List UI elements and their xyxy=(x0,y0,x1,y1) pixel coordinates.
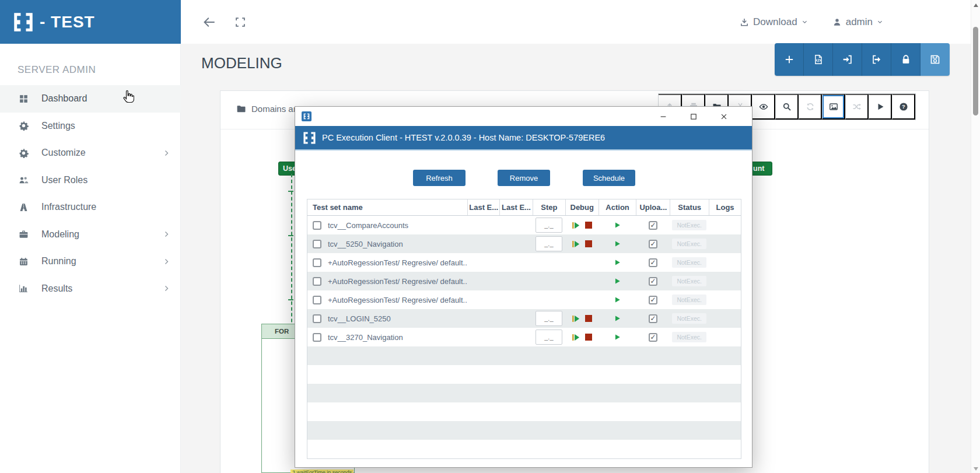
row-checkbox[interactable] xyxy=(313,240,321,248)
brand-name: - TEST xyxy=(40,13,95,31)
vertical-scrollbar[interactable] xyxy=(971,0,980,473)
users-icon xyxy=(19,175,29,185)
debug-step-icon[interactable] xyxy=(572,314,580,323)
row-checkbox[interactable] xyxy=(313,314,321,323)
upload-cell: ✓ xyxy=(636,258,670,267)
fullscreen-button[interactable] xyxy=(235,16,246,28)
upload-checkbox[interactable]: ✓ xyxy=(649,296,657,304)
debug-step-icon[interactable] xyxy=(572,333,580,342)
user-menu[interactable]: admin xyxy=(832,16,883,28)
step-input[interactable] xyxy=(536,218,562,233)
code-file-button[interactable] xyxy=(804,43,833,76)
add-button[interactable] xyxy=(775,43,804,76)
upload-checkbox[interactable]: ✓ xyxy=(649,277,657,286)
sidebar-item-settings[interactable]: Settings xyxy=(0,113,181,140)
table-row[interactable]: tcv__LOGIN_5250✓NotExec. xyxy=(307,309,741,328)
scrollbar-thumb[interactable] xyxy=(973,27,978,115)
run-icon[interactable] xyxy=(613,221,621,229)
search-button[interactable] xyxy=(775,94,799,120)
image-button[interactable] xyxy=(822,94,845,120)
upload-checkbox[interactable]: ✓ xyxy=(649,314,657,323)
debug-stop-icon[interactable] xyxy=(585,315,592,322)
sidebar-item-results[interactable]: Results xyxy=(0,275,181,303)
sidebar-item-modeling[interactable]: Modeling xyxy=(0,221,181,248)
flow-wait-note: 3 waitForTime in seconds xyxy=(290,470,354,473)
debug-step-icon[interactable] xyxy=(572,221,580,230)
export-button[interactable] xyxy=(862,43,891,76)
save-icon xyxy=(930,54,940,65)
table-row[interactable]: +AutoRegessionTest/ Regresive/ default..… xyxy=(307,290,741,309)
status-cell: NotExec. xyxy=(670,257,709,268)
step-input[interactable] xyxy=(536,311,562,326)
flow-tick xyxy=(288,235,293,236)
close-button[interactable] xyxy=(712,107,736,126)
column-header-action: Action xyxy=(598,199,636,215)
table-row[interactable]: +AutoRegessionTest/ Regresive/ default..… xyxy=(307,272,741,290)
flow-node-right[interactable]: unt xyxy=(750,162,772,176)
play-button[interactable] xyxy=(869,94,892,120)
remove-button[interactable]: Remove xyxy=(498,170,550,186)
run-icon[interactable] xyxy=(613,258,621,267)
step-cell xyxy=(533,330,565,345)
upload-checkbox[interactable]: ✓ xyxy=(649,240,657,248)
sidebar-item-customize[interactable]: Customize xyxy=(0,139,181,167)
download-menu[interactable]: Download xyxy=(740,16,808,28)
save-button[interactable] xyxy=(921,43,950,76)
column-header-uploa: Uploa... xyxy=(636,199,670,215)
run-icon[interactable] xyxy=(613,277,621,285)
row-checkbox[interactable] xyxy=(313,258,321,267)
question-button[interactable]: ? xyxy=(892,94,915,120)
sidebar-item-infrastructure[interactable]: Infrastructure xyxy=(0,194,181,221)
run-icon[interactable] xyxy=(613,240,621,248)
debug-step-icon[interactable] xyxy=(572,240,580,248)
table-row[interactable]: tcv__CompareAccounts✓NotExec. xyxy=(307,216,741,234)
step-input[interactable] xyxy=(536,330,562,345)
refresh-button[interactable]: Refresh xyxy=(413,170,466,186)
empty-row xyxy=(307,346,741,365)
run-icon[interactable] xyxy=(613,314,621,323)
image-icon xyxy=(829,102,838,111)
table-row[interactable]: +AutoRegessionTest/ Regresive/ default..… xyxy=(307,253,741,272)
column-header-test-set-name: Test set name xyxy=(307,199,467,215)
test-set-name-cell: tcv__5250_Navigation xyxy=(307,240,467,248)
sidebar-item-user-roles[interactable]: User Roles xyxy=(0,167,181,194)
debug-stop-icon[interactable] xyxy=(585,222,592,229)
topbar: Download admin xyxy=(181,0,971,44)
upload-cell: ✓ xyxy=(636,296,670,304)
row-checkbox[interactable] xyxy=(313,296,321,304)
table-row[interactable]: tcv__5250_Navigation✓NotExec. xyxy=(307,234,741,253)
sidebar-item-dashboard[interactable]: Dashboard xyxy=(0,85,181,113)
row-checkbox[interactable] xyxy=(313,333,321,342)
upload-cell: ✓ xyxy=(636,221,670,230)
run-icon[interactable] xyxy=(613,333,621,341)
schedule-button[interactable]: Schedule xyxy=(583,170,635,186)
upload-checkbox[interactable]: ✓ xyxy=(649,333,657,342)
step-input[interactable] xyxy=(536,236,562,251)
action-cell xyxy=(598,277,636,285)
brand: - TEST xyxy=(0,0,181,44)
row-checkbox[interactable] xyxy=(313,221,321,230)
table-row[interactable]: tcv__3270_Navigation✓NotExec. xyxy=(307,328,741,346)
window-titlebar[interactable] xyxy=(295,107,752,126)
chevron-down-icon xyxy=(802,19,808,25)
upload-checkbox[interactable]: ✓ xyxy=(649,221,657,230)
scroll-down-arrow[interactable] xyxy=(974,467,978,471)
lock-button[interactable] xyxy=(891,43,921,76)
maximize-button[interactable] xyxy=(681,107,706,126)
minimize-button[interactable] xyxy=(651,107,676,126)
debug-stop-icon[interactable] xyxy=(585,240,592,247)
eye-button[interactable] xyxy=(752,94,775,120)
back-button[interactable] xyxy=(202,15,216,29)
run-icon[interactable] xyxy=(613,296,621,304)
import-button[interactable] xyxy=(833,43,862,76)
action-cell xyxy=(598,296,636,304)
debug-stop-icon[interactable] xyxy=(585,334,592,341)
test-set-name-cell: +AutoRegessionTest/ Regresive/ default..… xyxy=(307,258,467,267)
shuffle-button xyxy=(845,94,869,120)
scroll-up-arrow[interactable] xyxy=(974,3,978,7)
upload-checkbox[interactable]: ✓ xyxy=(649,258,657,267)
breadcrumb[interactable]: Domains an xyxy=(236,104,298,114)
row-checkbox[interactable] xyxy=(313,277,321,286)
sidebar-item-running[interactable]: Running xyxy=(0,248,181,275)
flow-tick xyxy=(288,299,293,300)
